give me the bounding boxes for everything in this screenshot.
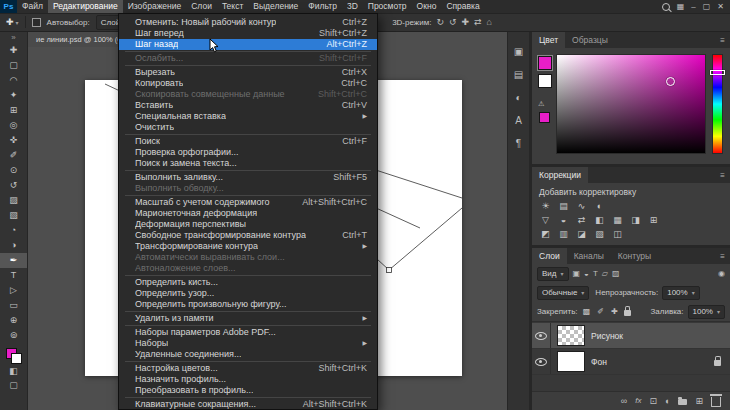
edit-menu-item[interactable]: Шаг назадAlt+Ctrl+Z	[119, 39, 377, 50]
edit-menu-item[interactable]: Определить произвольную фигуру...	[119, 299, 377, 310]
3d-roll-icon[interactable]: ↺	[449, 17, 457, 27]
fill-dropdown[interactable]: 100% ▾	[688, 305, 725, 319]
close-icon[interactable]: ✕	[717, 0, 724, 13]
anchor-point[interactable]	[387, 268, 392, 273]
edit-menu-item[interactable]: Наборы параметров Adobe PDF...	[119, 327, 377, 338]
menubar-item[interactable]: Окно	[412, 0, 442, 13]
tab-channels[interactable]: Каналы	[567, 248, 611, 264]
new-adjustment-layer-icon[interactable]: ◐	[665, 395, 670, 407]
levels-icon[interactable]: ▤	[558, 200, 569, 212]
panel-menu-icon[interactable]: ≡	[720, 171, 730, 180]
menubar-item[interactable]: Текст	[217, 0, 248, 13]
tab-swatches[interactable]: Образцы	[565, 32, 615, 48]
layer-row[interactable]: Рисунок	[532, 323, 730, 349]
workspace-icon[interactable]: ▦	[677, 0, 685, 13]
minimize-icon[interactable]: –	[691, 0, 695, 13]
3d-scale-icon[interactable]: ⌂	[487, 17, 492, 27]
invert-icon[interactable]: ◩	[540, 228, 551, 240]
edit-menu-item[interactable]: Удалить из памяти▶	[119, 313, 377, 324]
edit-menu-item[interactable]: Наборы▶	[119, 338, 377, 349]
filter-pixel-layers-icon[interactable]: ▣	[573, 269, 581, 278]
hue-slider[interactable]	[712, 54, 723, 154]
auto-select-checkbox[interactable]	[32, 18, 41, 27]
edit-menu-item[interactable]: Преобразовать в профиль...	[119, 385, 377, 396]
3d-rotate-icon[interactable]: ↻	[436, 17, 444, 27]
menubar-item[interactable]: Выделение	[248, 0, 303, 13]
layer-mask-icon[interactable]: ⊡	[649, 395, 657, 407]
menubar-item[interactable]: Изображение	[123, 0, 187, 13]
panel-menu-icon[interactable]: ≡	[720, 36, 730, 45]
clone-stamp-tool[interactable]: ⊙	[0, 163, 27, 178]
paragraph-panel-icon[interactable]: ¶	[516, 138, 521, 150]
exposure-icon[interactable]: ◐	[594, 200, 605, 212]
histogram-panel-icon[interactable]: ▤	[514, 69, 523, 81]
link-layers-icon[interactable]: ∞	[621, 395, 627, 407]
menubar-item[interactable]: Фильтр	[303, 0, 342, 13]
tool-preset[interactable]: ✚ ▾	[6, 17, 19, 27]
search-icon[interactable]	[662, 3, 670, 11]
edit-menu-item[interactable]: Масштаб с учетом содержимогоAlt+Shift+Ct…	[119, 197, 377, 208]
hue-slider-marker[interactable]	[710, 70, 725, 75]
gradient-map-icon[interactable]: ▧	[594, 228, 605, 240]
healing-brush-tool[interactable]: ✜	[0, 133, 27, 148]
history-brush-tool[interactable]: ↺	[0, 178, 27, 193]
collapse-toolbar-icon[interactable]: »	[11, 32, 15, 43]
layer-thumbnail[interactable]	[557, 325, 585, 346]
path-select-tool[interactable]: ▷	[0, 283, 27, 298]
lock-all-icon[interactable]	[624, 310, 631, 316]
hand-tool[interactable]: ⊕	[0, 313, 27, 328]
edit-menu-item[interactable]: Свободное трансформирование контураCtrl+…	[119, 230, 377, 241]
color-lookup-icon[interactable]: ⊞	[648, 214, 659, 226]
visibility-cell[interactable]	[532, 349, 551, 374]
posterize-icon[interactable]: ▥	[558, 228, 569, 240]
menubar-item[interactable]: Справка	[441, 0, 484, 13]
edit-menu-item[interactable]: Очистить	[119, 122, 377, 133]
lock-position-icon[interactable]: ✚	[610, 307, 620, 316]
filter-adjustment-layers-icon[interactable]: ◒	[584, 269, 589, 278]
gamut-color-swatch[interactable]	[539, 112, 550, 123]
tab-paths[interactable]: Контуры	[611, 248, 658, 264]
lasso-tool[interactable]: ◠	[0, 73, 27, 88]
3d-slide-icon[interactable]: ⇄	[474, 17, 482, 27]
screen-mode-icon[interactable]: ▢	[9, 378, 18, 392]
threshold-icon[interactable]: ◪	[576, 228, 587, 240]
tab-layers[interactable]: Слои	[532, 248, 567, 264]
edit-menu-item[interactable]: ПоискCtrl+F	[119, 136, 377, 147]
new-layer-icon[interactable]: ⊞	[695, 395, 703, 407]
edit-menu-item[interactable]: Определить кисть...	[119, 277, 377, 288]
tab-adjustments[interactable]: Коррекции	[532, 167, 588, 183]
libraries-panel-icon[interactable]: ▣	[514, 46, 523, 58]
vibrance-icon[interactable]: ▽	[540, 214, 551, 226]
edit-menu-item[interactable]: Марионеточная деформация	[119, 208, 377, 219]
edit-menu-item[interactable]: Поиск и замена текста...	[119, 158, 377, 169]
saturation-brightness-field[interactable]	[556, 54, 706, 154]
move-tool[interactable]: ✚	[0, 43, 27, 58]
color-balance-icon[interactable]: ⇄	[576, 214, 587, 226]
brush-tool[interactable]: ✐	[0, 148, 27, 163]
edit-menu-item[interactable]: Шаг впередShift+Ctrl+Z	[119, 28, 377, 39]
delete-layer-icon[interactable]	[711, 397, 721, 407]
gradient-tool[interactable]: ▧	[0, 208, 27, 223]
panel-menu-icon[interactable]: ≡	[720, 252, 730, 261]
filter-type-layers-icon[interactable]: T	[593, 269, 598, 278]
edit-menu-item[interactable]: Удаленные соединения...	[119, 349, 377, 360]
visibility-cell[interactable]	[532, 323, 551, 348]
edit-menu-item[interactable]: Настройка цветов...Shift+Ctrl+K	[119, 363, 377, 374]
foreground-color-swatch[interactable]	[538, 56, 552, 70]
filter-toggle-icon[interactable]: ◉	[718, 269, 725, 278]
dodge-tool[interactable]: ◑	[0, 238, 27, 253]
edit-menu-item[interactable]: Клавиатурные сокращения...Alt+Shift+Ctrl…	[119, 399, 377, 410]
lock-transparency-icon[interactable]: ▩	[582, 307, 592, 316]
marquee-tool[interactable]: ▢	[0, 58, 27, 73]
gamut-warning-icon[interactable]: ⚠	[538, 100, 544, 108]
blend-mode-dropdown[interactable]: Обычные ▾	[537, 286, 589, 300]
edit-menu-item[interactable]: Выполнить заливку...Shift+F5	[119, 172, 377, 183]
brightness-contrast-icon[interactable]: ☀	[540, 200, 551, 212]
3d-drag-icon[interactable]: ✚	[461, 17, 469, 27]
edit-menu-item[interactable]: Отменить: Новый рабочий контурCtrl+Z	[119, 17, 377, 28]
filter-type-dropdown[interactable]: Вид ▾	[537, 267, 569, 281]
blur-tool[interactable]: ◔	[0, 223, 27, 238]
layer-row[interactable]: Фон	[532, 349, 730, 375]
pen-tool[interactable]: ✒	[0, 253, 27, 268]
color-picker-marker[interactable]	[666, 77, 675, 86]
